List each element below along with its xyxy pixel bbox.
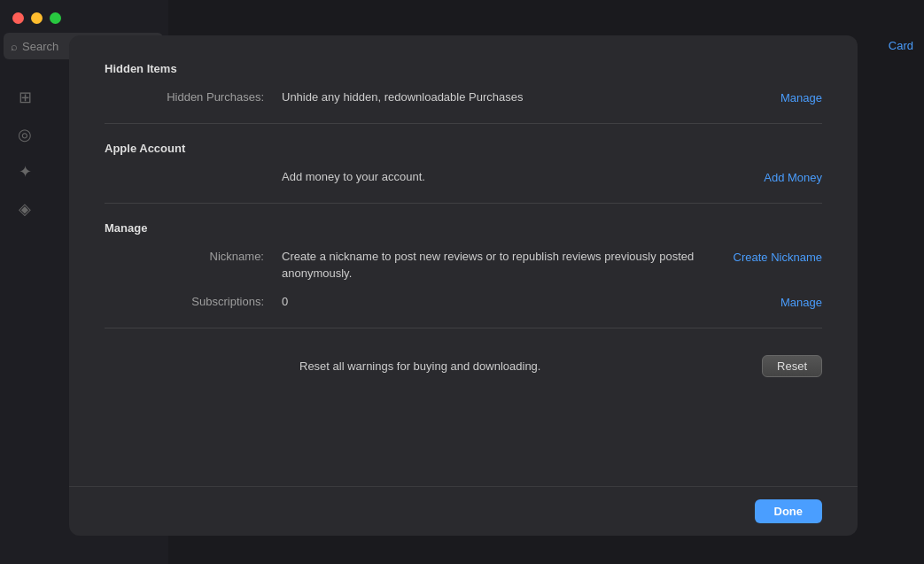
divider-3	[105, 328, 822, 328]
hidden-purchases-action: Manage	[734, 89, 822, 105]
hidden-items-section: Hidden Items Hidden Purchases: Unhide an…	[105, 62, 822, 105]
add-money-button[interactable]: Add Money	[764, 171, 822, 184]
reset-button[interactable]: Reset	[762, 355, 822, 377]
search-icon: ⌕	[11, 40, 18, 53]
subscriptions-action: Manage	[734, 294, 822, 310]
settings-panel: Hidden Items Hidden Purchases: Unhide an…	[69, 35, 858, 536]
hidden-purchases-row: Hidden Purchases: Unhide any hidden, red…	[105, 89, 822, 105]
apple-account-title: Apple Account	[105, 142, 822, 155]
manage-hidden-button[interactable]: Manage	[780, 91, 822, 104]
minimize-button[interactable]	[31, 12, 43, 24]
apple-account-section: Apple Account Add money to your account.…	[105, 142, 822, 185]
fullscreen-button[interactable]	[50, 12, 61, 24]
card-button[interactable]: Card	[878, 32, 924, 59]
manage-section: Manage Nickname: Create a nickname to po…	[105, 221, 822, 310]
nickname-action: Create Nickname	[734, 249, 822, 265]
add-money-content: Add money to your account.	[282, 169, 716, 185]
create-nickname-button[interactable]: Create Nickname	[734, 251, 822, 264]
nickname-label: Nickname:	[105, 249, 282, 263]
search-label: Search	[22, 40, 58, 53]
nickname-row: Nickname: Create a nickname to post new …	[105, 249, 822, 281]
done-button[interactable]: Done	[755, 499, 823, 523]
sidebar-icon-1[interactable]: ⊞	[7, 80, 43, 115]
reset-row: Reset all warnings for buying and downlo…	[105, 346, 822, 386]
add-money-row: Add money to your account. Add Money	[105, 169, 822, 185]
manage-subscriptions-button[interactable]: Manage	[780, 296, 822, 309]
subscriptions-label: Subscriptions:	[105, 294, 282, 308]
hidden-purchases-label: Hidden Purchases:	[105, 89, 282, 104]
panel-content: Hidden Items Hidden Purchases: Unhide an…	[69, 35, 858, 486]
hidden-items-title: Hidden Items	[105, 62, 822, 75]
hidden-purchases-content: Unhide any hidden, redownloadable Purcha…	[282, 89, 716, 105]
subscriptions-content: 0	[282, 294, 716, 310]
sidebar-icon-4[interactable]: ◈	[7, 191, 43, 227]
add-money-label	[105, 169, 282, 170]
add-money-action: Add Money	[734, 169, 822, 185]
divider-2	[105, 203, 822, 204]
nickname-content: Create a nickname to post new reviews or…	[282, 249, 716, 281]
subscriptions-row: Subscriptions: 0 Manage	[105, 294, 822, 310]
reset-action: Reset	[762, 355, 822, 377]
sidebar-icon-2[interactable]: ◎	[7, 117, 43, 152]
close-button[interactable]	[12, 12, 24, 24]
sidebar-icon-3[interactable]: ✦	[7, 154, 43, 189]
manage-title: Manage	[105, 221, 822, 235]
divider-1	[105, 123, 822, 124]
panel-bottom: Done	[69, 486, 858, 536]
traffic-lights	[12, 12, 61, 24]
reset-content: Reset all warnings for buying and downlo…	[299, 359, 540, 373]
